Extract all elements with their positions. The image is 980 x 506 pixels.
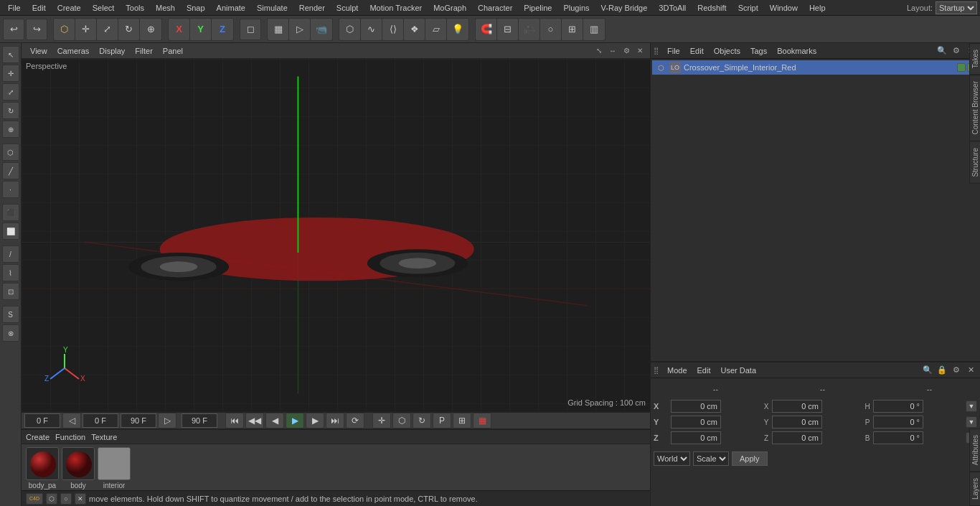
deform-button[interactable]: ⟨⟩	[382, 19, 404, 40]
layers-tab[interactable]: Layers	[969, 472, 980, 506]
menu-character[interactable]: Character	[473, 2, 517, 14]
menu-vray[interactable]: V-Ray Bridge	[596, 2, 653, 14]
create-tool[interactable]: ⊕	[2, 121, 19, 138]
object-button[interactable]: ◻	[240, 19, 261, 40]
move-tool[interactable]: ✛	[2, 65, 19, 82]
mat-menu-texture[interactable]: Texture	[91, 433, 117, 441]
tl-tool3[interactable]: ↻	[413, 413, 431, 428]
play-button[interactable]: ▶	[286, 413, 304, 428]
attr-close-button[interactable]: ✕	[964, 364, 977, 377]
x-axis-button[interactable]: X	[169, 19, 190, 40]
menu-file[interactable]: File	[3, 2, 26, 14]
cube-button[interactable]: ⬡	[339, 19, 361, 40]
vp-icon-settings[interactable]: ⚙	[621, 45, 632, 57]
status-icon2[interactable]: ○	[60, 493, 72, 505]
preview-fwd-button[interactable]: ▷	[158, 413, 176, 428]
redo-button[interactable]: ↪	[26, 19, 47, 40]
render-region-button[interactable]: ▦	[268, 19, 289, 40]
tl-tool2[interactable]: ⬡	[392, 413, 411, 428]
rotate-tool[interactable]: ↻	[2, 102, 19, 119]
snap-button[interactable]: 🧲	[476, 19, 497, 40]
obj-menu-file[interactable]: File	[663, 46, 684, 56]
vp-icon-move[interactable]: ↔	[607, 45, 618, 57]
attr-menu-edit[interactable]: Edit	[693, 365, 715, 375]
attr-settings-button[interactable]: ⚙	[950, 364, 963, 377]
attr-y-pos-input[interactable]	[671, 416, 721, 428]
menu-mesh[interactable]: Mesh	[151, 2, 180, 14]
grid-button[interactable]: ⊞	[562, 19, 583, 40]
attr-y-val2-input[interactable]	[772, 416, 822, 428]
vp-menu-filter[interactable]: Filter	[131, 46, 156, 56]
attr-search-button[interactable]: 🔍	[921, 364, 934, 377]
attr-z-val2-input[interactable]	[772, 431, 822, 444]
paint-tool[interactable]: S	[2, 306, 19, 323]
tl-tool1[interactable]: ✛	[372, 413, 391, 428]
menu-redshift[interactable]: Redshift	[692, 2, 731, 14]
step-fwd-button[interactable]: ▶	[306, 413, 324, 428]
menu-help[interactable]: Help	[804, 2, 831, 14]
preview-min-input[interactable]	[83, 413, 118, 428]
cloner-button[interactable]: ❖	[404, 19, 425, 40]
attr-lock-button[interactable]: 🔒	[936, 364, 948, 377]
menu-plugins[interactable]: Plugins	[558, 2, 594, 14]
menu-pipeline[interactable]: Pipeline	[519, 2, 557, 14]
mat-menu-create[interactable]: Create	[26, 433, 50, 441]
attr-menu-user-data[interactable]: User Data	[717, 365, 761, 375]
tl-tool5[interactable]: ⊞	[453, 413, 471, 428]
go-last-button[interactable]: ⏭	[326, 413, 344, 428]
y-axis-button[interactable]: Y	[190, 19, 212, 40]
texture-tool[interactable]: ⬛	[2, 204, 19, 221]
material-body[interactable]: body	[62, 447, 95, 489]
polygon-tool[interactable]: ⬡	[2, 144, 19, 161]
attr-b-input[interactable]	[873, 431, 923, 444]
render-to-po-button[interactable]: 📹	[311, 19, 332, 40]
camera2-button[interactable]: 🎥	[519, 19, 540, 40]
view3d-button[interactable]: ▥	[583, 19, 605, 40]
camera-button[interactable]: ▱	[425, 19, 447, 40]
scale-tool-button[interactable]: ⤢	[97, 19, 118, 40]
obj-menu-tags[interactable]: Tags	[746, 46, 771, 56]
material-interior[interactable]: interior	[98, 447, 131, 489]
mat-menu-function[interactable]: Function	[55, 433, 85, 441]
uv-tool[interactable]: ⬜	[2, 222, 19, 240]
menu-select[interactable]: Select	[88, 2, 120, 14]
content-browser-tab[interactable]: Content Browser	[969, 75, 980, 141]
hdri-button[interactable]: ○	[540, 19, 562, 40]
structure-tab[interactable]: Structure	[969, 141, 980, 184]
attr-x-pos-input[interactable]	[671, 400, 721, 413]
selection-tool[interactable]: ↖	[2, 46, 19, 63]
preview-back-button[interactable]: ◁	[62, 413, 81, 428]
play-reverse-button[interactable]: ◀◀	[245, 413, 264, 428]
go-first-button[interactable]: ⏮	[225, 413, 244, 428]
obj-menu-edit[interactable]: Edit	[686, 46, 708, 56]
attr-y-arrow[interactable]: ▼	[966, 416, 977, 428]
light-button[interactable]: 💡	[447, 19, 468, 40]
end-frame-input[interactable]	[182, 413, 217, 428]
menu-sculpt[interactable]: Sculpt	[331, 2, 364, 14]
vp-menu-display[interactable]: Display	[95, 46, 129, 56]
menu-3dtoall[interactable]: 3DToAll	[654, 2, 691, 14]
menu-script[interactable]: Script	[733, 2, 763, 14]
status-icon3[interactable]: ✕	[75, 493, 86, 505]
menu-create[interactable]: Create	[52, 2, 86, 14]
vp-icon-arrows[interactable]: ⤡	[593, 45, 605, 57]
rotate-tool-button[interactable]: ↻	[118, 19, 140, 40]
move-tool-button[interactable]: ✛	[75, 19, 97, 40]
render-view-button[interactable]: ▷	[289, 19, 311, 40]
z-axis-button[interactable]: Z	[212, 19, 233, 40]
step-back-button[interactable]: ◀	[265, 413, 284, 428]
preview-max-input[interactable]	[121, 413, 156, 428]
layout-dropdown[interactable]: Startup	[936, 1, 977, 14]
vp-menu-view[interactable]: View	[26, 46, 52, 56]
menu-simulate[interactable]: Simulate	[252, 2, 293, 14]
menu-animate[interactable]: Animate	[212, 2, 250, 14]
menu-snap[interactable]: Snap	[182, 2, 210, 14]
object-row-crossover[interactable]: ⬡ LO Crossover_Simple_Interior_Red	[652, 60, 979, 75]
attr-h-input[interactable]	[873, 400, 923, 413]
menu-window[interactable]: Window	[765, 2, 803, 14]
attr-x-val2-input[interactable]	[772, 400, 822, 413]
obj-menu-bookmarks[interactable]: Bookmarks	[773, 46, 821, 56]
menu-render[interactable]: Render	[294, 2, 330, 14]
bridge-tool[interactable]: ⌇	[2, 264, 19, 281]
menu-edit[interactable]: Edit	[27, 2, 51, 14]
